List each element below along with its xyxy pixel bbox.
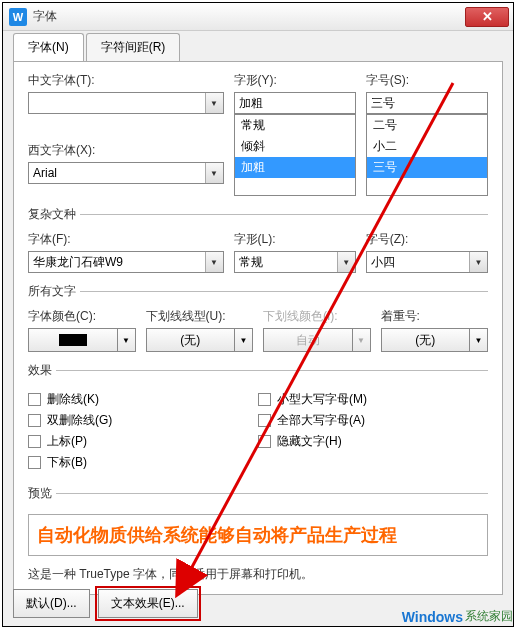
list-item[interactable]: 常规 — [235, 115, 355, 136]
label-underline-color: 下划线颜色(I): — [263, 308, 371, 325]
preview-box: 自动化物质供给系统能够自动将产品生产过程 — [28, 514, 488, 556]
complex-scripts-group: 复杂文种 字体(F): ▼ 字形(L): ▼ 字 — [28, 206, 488, 273]
label-cplx-style: 字形(L): — [234, 231, 356, 248]
effects-group: 效果 删除线(K) 双删除线(G) 上标(P) 下标(B) 小型大写字母(M) … — [28, 362, 488, 475]
list-item[interactable]: 二号 — [367, 115, 487, 136]
chevron-down-icon: ▼ — [353, 328, 371, 352]
underline-style-combo[interactable]: (无) ▼ — [146, 328, 254, 352]
emphasis-value[interactable]: (无) — [381, 328, 471, 352]
check-hidden[interactable]: 隐藏文字(H) — [258, 433, 488, 450]
underline-color-combo: 自动 ▼ — [263, 328, 371, 352]
cn-font-input[interactable] — [28, 92, 224, 114]
checkbox-icon — [28, 435, 41, 448]
watermark-sub: 系统家园 — [465, 608, 513, 625]
label-cplx-font: 字体(F): — [28, 231, 224, 248]
check-sup[interactable]: 上标(P) — [28, 433, 258, 450]
check-label: 双删除线(G) — [47, 412, 112, 429]
underline-color-value: 自动 — [263, 328, 353, 352]
font-description: 这是一种 TrueType 字体，同时适用于屏幕和打印机。 — [28, 566, 488, 583]
label-font-color: 字体颜色(C): — [28, 308, 136, 325]
checkbox-icon — [258, 435, 271, 448]
all-text-group: 所有文字 字体颜色(C): ▼ 下划线线型(U): (无) ▼ — [28, 283, 488, 352]
font-color-combo[interactable]: ▼ — [28, 328, 136, 352]
tabstrip: 字体(N) 字符间距(R) — [3, 31, 513, 61]
chevron-down-icon[interactable]: ▼ — [205, 93, 223, 113]
default-button[interactable]: 默认(D)... — [13, 589, 90, 618]
list-item[interactable]: 小二 — [367, 136, 487, 157]
cplx-style-combo[interactable]: ▼ — [234, 251, 356, 273]
chevron-down-icon[interactable]: ▼ — [470, 328, 488, 352]
watermark: Windows系统家园 — [402, 608, 513, 625]
legend-preview: 预览 — [28, 485, 56, 502]
tab-spacing[interactable]: 字符间距(R) — [86, 33, 181, 61]
cplx-font-combo[interactable]: ▼ — [28, 251, 224, 273]
titlebar: W 字体 ✕ — [3, 3, 513, 31]
dialog-body: 中文字体(T): ▼ 西文字体(X): ▼ 字形(Y): 常规 倾斜 — [13, 61, 503, 595]
checkbox-icon — [258, 393, 271, 406]
chevron-down-icon[interactable]: ▼ — [469, 252, 487, 272]
check-dstrike[interactable]: 双删除线(G) — [28, 412, 258, 429]
size-input[interactable] — [366, 92, 488, 114]
style-listbox[interactable]: 常规 倾斜 加粗 — [234, 114, 356, 196]
check-allcaps[interactable]: 全部大写字母(A) — [258, 412, 488, 429]
chevron-down-icon[interactable]: ▼ — [118, 328, 136, 352]
check-sub[interactable]: 下标(B) — [28, 454, 258, 471]
west-font-combo[interactable]: ▼ — [28, 162, 224, 184]
west-font-input[interactable] — [28, 162, 224, 184]
check-label: 小型大写字母(M) — [277, 391, 367, 408]
chevron-down-icon[interactable]: ▼ — [337, 252, 355, 272]
legend-alltext: 所有文字 — [28, 283, 80, 300]
label-style: 字形(Y): — [234, 72, 356, 89]
style-input[interactable] — [234, 92, 356, 114]
check-smallcaps[interactable]: 小型大写字母(M) — [258, 391, 488, 408]
underline-style-value[interactable]: (无) — [146, 328, 236, 352]
tab-font[interactable]: 字体(N) — [13, 33, 84, 61]
check-label: 上标(P) — [47, 433, 87, 450]
font-color-swatch[interactable] — [28, 328, 118, 352]
app-logo: W — [9, 8, 27, 26]
checkbox-icon — [28, 456, 41, 469]
checkbox-icon — [28, 414, 41, 427]
preview-text: 自动化物质供给系统能够自动将产品生产过程 — [37, 523, 397, 547]
window-title: 字体 — [33, 8, 465, 25]
chevron-down-icon[interactable]: ▼ — [235, 328, 253, 352]
preview-group: 预览 自动化物质供给系统能够自动将产品生产过程 这是一种 TrueType 字体… — [28, 485, 488, 583]
size-listbox[interactable]: 二号 小二 三号 — [366, 114, 488, 196]
check-label: 隐藏文字(H) — [277, 433, 342, 450]
emphasis-combo[interactable]: (无) ▼ — [381, 328, 489, 352]
label-west-font: 西文字体(X): — [28, 142, 224, 159]
check-label: 全部大写字母(A) — [277, 412, 365, 429]
label-cplx-size: 字号(Z): — [366, 231, 488, 248]
label-underline-style: 下划线线型(U): — [146, 308, 254, 325]
cn-font-combo[interactable]: ▼ — [28, 92, 224, 114]
list-item[interactable]: 倾斜 — [235, 136, 355, 157]
chevron-down-icon[interactable]: ▼ — [205, 163, 223, 183]
legend-effects: 效果 — [28, 362, 56, 379]
list-item[interactable]: 加粗 — [235, 157, 355, 178]
chevron-down-icon[interactable]: ▼ — [205, 252, 223, 272]
cplx-font-input[interactable] — [28, 251, 224, 273]
label-cn-font: 中文字体(T): — [28, 72, 224, 89]
legend-complex: 复杂文种 — [28, 206, 80, 223]
font-dialog: W 字体 ✕ 字体(N) 字符间距(R) 中文字体(T): ▼ 西文字体(X):… — [2, 2, 514, 627]
check-label: 下标(B) — [47, 454, 87, 471]
checkbox-icon — [28, 393, 41, 406]
text-effects-button[interactable]: 文本效果(E)... — [98, 589, 198, 618]
check-strike[interactable]: 删除线(K) — [28, 391, 258, 408]
close-button[interactable]: ✕ — [465, 7, 509, 27]
checkbox-icon — [258, 414, 271, 427]
watermark-brand: Windows — [402, 609, 463, 625]
label-emphasis: 着重号: — [381, 308, 489, 325]
label-size: 字号(S): — [366, 72, 488, 89]
check-label: 删除线(K) — [47, 391, 99, 408]
cplx-size-combo[interactable]: ▼ — [366, 251, 488, 273]
list-item[interactable]: 三号 — [367, 157, 487, 178]
